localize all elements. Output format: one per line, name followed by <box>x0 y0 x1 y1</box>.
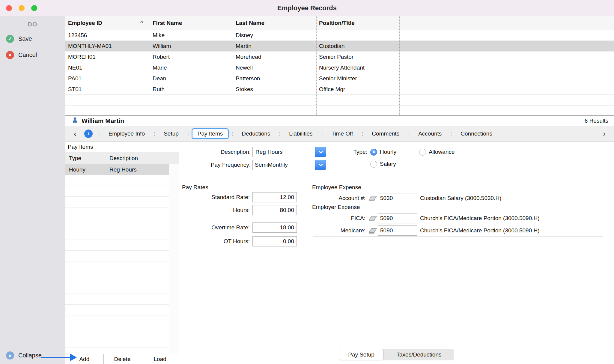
tab-pay-setup[interactable]: Pay Setup <box>339 349 384 360</box>
tab-separator-icon: ⋮ <box>359 131 366 137</box>
chevron-down-icon <box>318 163 323 166</box>
column-divider <box>150 16 150 115</box>
tab-pay-items[interactable]: Pay Items <box>192 128 229 139</box>
tab-deductions[interactable]: Deductions <box>236 128 276 139</box>
type-salary-label[interactable]: Salary <box>380 161 396 167</box>
account-number-label: Account #: <box>312 193 365 203</box>
tab-separator-icon: ⋮ <box>229 131 236 137</box>
account-description: Custodian Salary (3000.5030.H) <box>420 193 501 203</box>
description-value: Reg Hours <box>255 149 283 155</box>
tab-comments[interactable]: Comments <box>366 128 405 139</box>
medicare-description: Church's FICA/Medicare Portion (3000.509… <box>420 225 540 236</box>
ot-hours-input[interactable]: 0.00 <box>252 236 297 246</box>
medicare-account-input[interactable]: 5090 <box>378 225 417 236</box>
fica-account-input[interactable]: 5090 <box>378 213 417 223</box>
action-sidebar: DO ✓ Save × Cancel « Collapse <box>0 16 65 364</box>
text-cursor <box>255 149 255 155</box>
tabs-scroll-left-button[interactable]: ‹ <box>69 130 81 138</box>
column-header-last-name[interactable]: Last Name <box>233 20 316 26</box>
pay-items-column-divider <box>111 152 111 354</box>
tab-separator-icon: ⋮ <box>276 131 283 137</box>
pay-items-panel-title: Pay Items <box>65 142 179 152</box>
annotation-arrow <box>41 357 71 358</box>
column-divider <box>399 16 400 115</box>
tab-taxes-deductions[interactable]: Taxes/Deductions <box>384 349 454 360</box>
account-number-input[interactable]: 5030 <box>378 193 417 203</box>
type-allowance-label[interactable]: Allowance <box>429 149 455 155</box>
annotation-arrow-head <box>70 354 77 361</box>
zoom-window-button[interactable] <box>31 5 37 11</box>
delete-pay-item-button[interactable]: Delete <box>104 354 142 364</box>
tabs-scroll-right-button[interactable]: › <box>598 130 610 138</box>
pay-items-scrollbar[interactable] <box>169 164 179 354</box>
pay-item-row-selected[interactable]: Hourly Reg Hours <box>65 164 169 175</box>
tab-separator-icon: ⋮ <box>185 131 192 137</box>
pay-items-column-type[interactable]: Type <box>65 155 106 162</box>
tab-separator-icon: ⋮ <box>405 131 412 137</box>
pay-item-detail: Description: Reg Hours Pay Frequency: Se… <box>179 142 614 364</box>
results-count: 6 Results <box>585 118 614 124</box>
overtime-rate-input[interactable]: 18.00 <box>252 222 297 233</box>
medicare-label: Medicare: <box>312 225 365 236</box>
tab-accounts[interactable]: Accounts <box>412 128 448 139</box>
medicare-lookup-icon[interactable] <box>368 227 377 234</box>
tab-setup[interactable]: Setup <box>158 128 185 139</box>
sidebar-header: DO <box>0 16 65 28</box>
tab-employee-info[interactable]: Employee Info <box>103 128 151 139</box>
collapse-button-label: Collapse <box>18 352 42 359</box>
tab-separator-icon: ⋮ <box>319 131 326 137</box>
table-row-selected[interactable]: MONTHLY-MA01 William Martin Custodian <box>65 41 614 52</box>
table-row[interactable]: PA01 Dean Patterson Senior Minister <box>65 73 614 84</box>
record-name: William Martin <box>82 117 124 124</box>
table-row[interactable]: 123456 Mike Disney <box>65 30 614 41</box>
hours-input[interactable]: 80.00 <box>252 205 297 215</box>
tab-separator-icon: ⋮ <box>151 131 158 137</box>
hours-label: Hours: <box>179 205 250 215</box>
pay-items-list: Hourly Reg Hours <box>65 164 179 354</box>
collapse-button[interactable]: « Collapse <box>6 351 42 360</box>
tab-connections[interactable]: Connections <box>455 128 498 139</box>
description-dropdown[interactable]: Reg Hours <box>252 147 326 157</box>
type-radio-group-row2: Salary <box>370 159 396 169</box>
pay-frequency-dropdown-button[interactable] <box>315 160 326 170</box>
pay-items-columns: Type Description <box>65 152 179 164</box>
type-radio-group-row1: Type: Hourly Allowance <box>317 147 455 157</box>
tab-time-off[interactable]: Time Off <box>326 128 359 139</box>
window-titlebar: Employee Records <box>0 0 614 16</box>
column-header-first-name[interactable]: First Name <box>150 20 233 26</box>
save-button[interactable]: ✓ Save <box>6 35 32 43</box>
pay-frequency-value: SemiMonthly <box>255 162 288 168</box>
pay-frequency-dropdown[interactable]: SemiMonthly <box>252 160 326 170</box>
employee-table: Employee ID ^ First Name Last Name Posit… <box>65 16 614 115</box>
sidebar-divider <box>0 348 65 348</box>
type-salary-radio[interactable] <box>370 161 377 168</box>
table-row[interactable]: NE01 Marie Newell Nursery Attendant <box>65 62 614 73</box>
type-hourly-radio[interactable] <box>370 149 377 156</box>
column-header-employee-id[interactable]: Employee ID ^ <box>65 20 150 26</box>
column-header-position[interactable]: Position/Title <box>316 20 399 26</box>
detail-bottom-tabs: Pay Setup Taxes/Deductions <box>339 349 454 360</box>
fica-lookup-icon[interactable] <box>368 215 377 222</box>
pay-items-panel: Pay Items Type Description Hourly Reg Ho… <box>65 142 179 364</box>
column-divider <box>316 16 317 115</box>
save-check-icon: ✓ <box>6 35 14 43</box>
record-header: William Martin 6 Results <box>65 115 614 126</box>
type-label: Type: <box>317 147 367 157</box>
cancel-button[interactable]: × Cancel <box>6 51 37 59</box>
person-icon <box>71 117 79 125</box>
type-allowance-radio[interactable] <box>419 149 426 156</box>
pay-frequency-label: Pay Frequency: <box>179 160 251 170</box>
close-window-button[interactable] <box>6 5 12 11</box>
minimize-window-button[interactable] <box>19 5 25 11</box>
table-empty-rows <box>65 95 614 115</box>
standard-rate-label: Standard Rate: <box>179 192 250 202</box>
info-icon[interactable]: i <box>84 130 93 138</box>
table-row[interactable]: ST01 Ruth Stokes Office Mgr <box>65 84 614 95</box>
type-hourly-label[interactable]: Hourly <box>380 149 396 155</box>
window-title: Employee Records <box>0 0 614 16</box>
standard-rate-input[interactable]: 12.00 <box>252 192 297 202</box>
table-row[interactable]: MOREH01 Robert Morehead Senior Pastor <box>65 52 614 62</box>
load-pay-item-button[interactable]: Load <box>141 354 179 364</box>
account-lookup-icon[interactable] <box>368 195 377 202</box>
tab-liabilities[interactable]: Liabilities <box>283 128 318 139</box>
